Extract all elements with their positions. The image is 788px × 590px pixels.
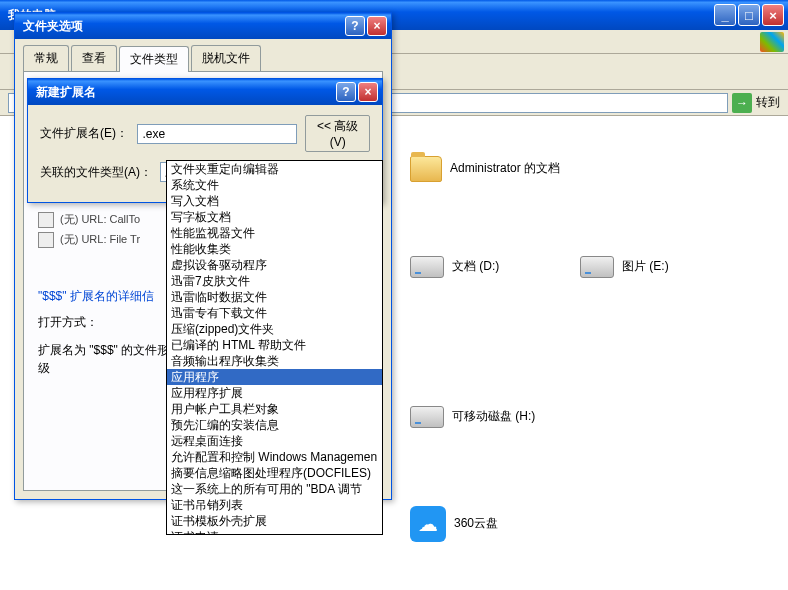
dropdown-item[interactable]: 证书申请 (167, 529, 382, 535)
dropdown-item[interactable]: 应用程序扩展 (167, 385, 382, 401)
drive-d[interactable]: 文档 (D:) (410, 256, 499, 278)
windows-logo-icon (760, 32, 784, 52)
close-button[interactable]: × (367, 16, 387, 36)
tab-filetypes[interactable]: 文件类型 (119, 46, 189, 72)
dropdown-item[interactable]: 音频输出程序收集类 (167, 353, 382, 369)
minimize-button[interactable]: _ (714, 4, 736, 26)
dropdown-item[interactable]: 用户帐户工具栏对象 (167, 401, 382, 417)
folder-options-titlebar: 文件夹选项 ? × (15, 13, 391, 39)
drive-icon (410, 256, 444, 278)
file-type-icon (38, 212, 54, 228)
tabstrip: 常规 查看 文件类型 脱机文件 (15, 39, 391, 71)
folder-options-title: 文件夹选项 (19, 18, 343, 35)
item-label: 360云盘 (454, 516, 498, 532)
extension-input[interactable] (137, 124, 297, 144)
go-button-icon[interactable]: → (732, 93, 752, 113)
list-item: (无) URL: File Tr (60, 232, 140, 248)
new-extension-title: 新建扩展名 (32, 84, 334, 101)
drive-e[interactable]: 图片 (E:) (580, 256, 669, 278)
close-button[interactable]: × (762, 4, 784, 26)
dropdown-item[interactable]: 系统文件 (167, 177, 382, 193)
item-label: 可移动磁盘 (H:) (452, 409, 535, 425)
dropdown-item[interactable]: 已编译的 HTML 帮助文件 (167, 337, 382, 353)
filetype-label: 关联的文件类型(A)： (40, 164, 160, 181)
dropdown-item[interactable]: 迅雷临时数据文件 (167, 289, 382, 305)
dropdown-item[interactable]: 迅雷7皮肤文件 (167, 273, 382, 289)
dropdown-item[interactable]: 应用程序 (167, 369, 382, 385)
dropdown-item[interactable]: 允许配置和控制 Windows Managemen (167, 449, 382, 465)
new-extension-titlebar: 新建扩展名 ? × (28, 79, 382, 105)
help-button[interactable]: ? (345, 16, 365, 36)
drive-icon (580, 256, 614, 278)
close-button[interactable]: × (358, 82, 378, 102)
dropdown-item[interactable]: 压缩(zipped)文件夹 (167, 321, 382, 337)
dropdown-item[interactable]: 预先汇编的安装信息 (167, 417, 382, 433)
drive-icon (410, 406, 444, 428)
filetype-dropdown[interactable]: 文件夹重定向编辑器系统文件写入文档写字板文档性能监视器文件性能收集类虚拟设备驱动… (166, 160, 383, 535)
maximize-button[interactable]: □ (738, 4, 760, 26)
item-label: 图片 (E:) (622, 259, 669, 275)
tab-offline[interactable]: 脱机文件 (191, 45, 261, 71)
folder-icon (410, 156, 442, 182)
dropdown-item[interactable]: 性能收集类 (167, 241, 382, 257)
dropdown-item[interactable]: 这一系统上的所有可用的 "BDA 调节 (167, 481, 382, 497)
dropdown-item[interactable]: 写字板文档 (167, 209, 382, 225)
cloud-icon: ☁ (410, 506, 446, 542)
dropdown-item[interactable]: 证书吊销列表 (167, 497, 382, 513)
tab-view[interactable]: 查看 (71, 45, 117, 71)
help-button[interactable]: ? (336, 82, 356, 102)
extension-label: 文件扩展名(E)： (40, 125, 137, 142)
advanced-button[interactable]: << 高级(V) (305, 115, 370, 152)
dropdown-item[interactable]: 文件夹重定向编辑器 (167, 161, 382, 177)
tab-general[interactable]: 常规 (23, 45, 69, 71)
drive-h[interactable]: 可移动磁盘 (H:) (410, 406, 535, 428)
folder-admin-docs[interactable]: Administrator 的文档 (410, 156, 560, 182)
dropdown-item[interactable]: 写入文档 (167, 193, 382, 209)
file-type-icon (38, 232, 54, 248)
go-label: 转到 (756, 94, 780, 111)
dropdown-item[interactable]: 证书模板外壳扩展 (167, 513, 382, 529)
dropdown-item[interactable]: 摘要信息缩略图处理程序(DOCFILES) (167, 465, 382, 481)
dropdown-item[interactable]: 虚拟设备驱动程序 (167, 257, 382, 273)
dropdown-item[interactable]: 性能监视器文件 (167, 225, 382, 241)
list-item: (无) URL: CallTo (60, 212, 140, 228)
dropdown-item[interactable]: 迅雷专有下载文件 (167, 305, 382, 321)
item-label: 文档 (D:) (452, 259, 499, 275)
item-label: Administrator 的文档 (450, 161, 560, 177)
dropdown-item[interactable]: 远程桌面连接 (167, 433, 382, 449)
cloud-drive[interactable]: ☁ 360云盘 (410, 506, 498, 542)
